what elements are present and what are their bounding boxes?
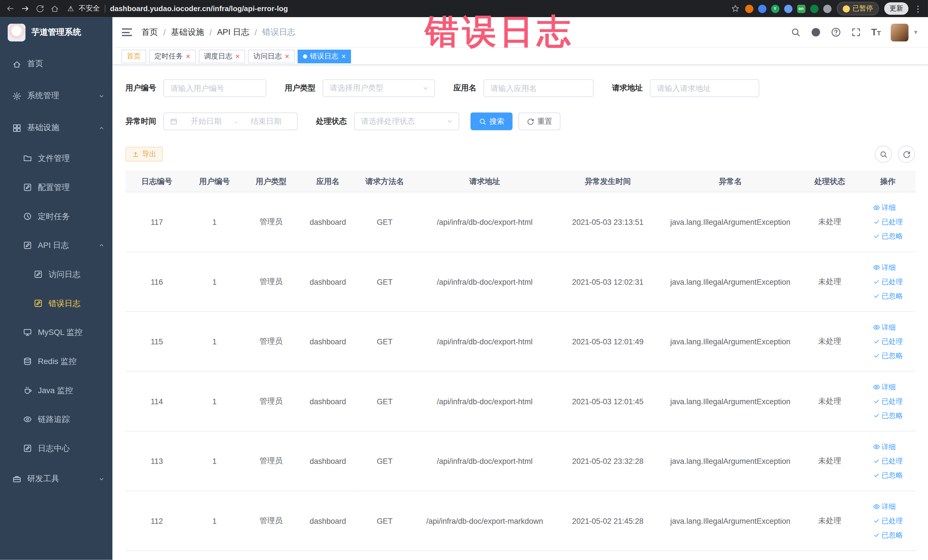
sidebar-item-error-log[interactable]: 错误日志 xyxy=(0,289,112,318)
sidebar-item-infra[interactable]: 基础设施 xyxy=(0,112,112,144)
tab-job-log[interactable]: 调度日志× xyxy=(198,49,245,63)
fullscreen-icon[interactable] xyxy=(851,27,861,37)
table-row: 1121管理员dashboardGET/api/infra/db-doc/exp… xyxy=(125,491,916,551)
coffee-icon xyxy=(23,386,32,395)
close-tab-icon[interactable]: × xyxy=(285,52,289,60)
address-bar[interactable]: ⚠ 不安全 dashboard.yudao.iocoder.cn/infra/l… xyxy=(64,3,722,14)
bookmark-star-icon[interactable] xyxy=(731,4,739,13)
sidebar-item-dev-tools[interactable]: 研发工具 xyxy=(0,463,112,495)
detail-link[interactable]: 详细 xyxy=(873,502,896,511)
cell-status: 未处理 xyxy=(800,192,860,252)
mark-processed-link[interactable]: 已处理 xyxy=(873,277,903,287)
tab-home[interactable]: 首页 xyxy=(121,49,146,63)
profile-paused-chip[interactable]: 已暂停 xyxy=(836,2,879,15)
process-status-select[interactable]: 请选择处理状态 xyxy=(354,112,459,130)
font-size-icon[interactable]: TT xyxy=(871,27,881,37)
close-tab-icon[interactable]: × xyxy=(186,52,190,60)
cell-actions: 详细已处理已忽略 xyxy=(860,431,916,491)
browser-forward-icon[interactable] xyxy=(21,4,30,13)
hamburger-icon[interactable] xyxy=(122,29,132,36)
tab-error-log[interactable]: 错误日志× xyxy=(298,49,351,63)
cell-user-type: 管理员 xyxy=(241,431,301,491)
sidebar-item-redis[interactable]: Redis 监控 xyxy=(0,347,112,376)
sidebar-item-java[interactable]: Java 监控 xyxy=(0,376,112,405)
chevron-down-icon xyxy=(98,476,105,482)
user-id-input[interactable] xyxy=(163,79,266,97)
extension-icon[interactable] xyxy=(745,5,753,13)
refresh-table-button[interactable] xyxy=(898,145,915,163)
cell-request-url: /api/infra/db-doc/export-html xyxy=(415,311,554,371)
mark-ignored-link[interactable]: 已忽略 xyxy=(873,410,903,421)
close-tab-icon[interactable]: × xyxy=(342,52,346,60)
user-avatar[interactable] xyxy=(891,23,908,41)
detail-link[interactable]: 详细 xyxy=(873,382,896,392)
sidebar-item-system[interactable]: 系统管理 xyxy=(0,80,112,112)
check-icon xyxy=(873,278,880,285)
mark-ignored-link[interactable]: 已忽略 xyxy=(873,530,903,540)
extension-icon[interactable]: Y xyxy=(771,5,779,13)
cell-error-time: 2021-05-02 23:32:28 xyxy=(554,431,661,491)
sidebar-item-job[interactable]: 定时任务 xyxy=(0,202,112,231)
mark-processed-link[interactable]: 已处理 xyxy=(873,336,903,346)
update-label: 更新 xyxy=(890,4,903,13)
sidebar-item-label: 系统管理 xyxy=(27,90,59,101)
browser-back-icon[interactable] xyxy=(6,4,15,13)
help-icon[interactable] xyxy=(831,27,841,37)
github-icon[interactable] xyxy=(811,27,821,37)
header-search-icon[interactable] xyxy=(791,27,801,37)
extension-icon[interactable]: on xyxy=(797,5,805,13)
tab-access-log[interactable]: 访问日志× xyxy=(248,49,295,63)
cell-user-type: 管理员 xyxy=(241,192,301,252)
mark-processed-link[interactable]: 已处理 xyxy=(873,456,903,466)
mark-processed-link[interactable]: 已处理 xyxy=(873,217,903,227)
sidebar-item-home[interactable]: 首页 xyxy=(0,48,112,80)
breadcrumb-item[interactable]: 首页 xyxy=(142,27,158,37)
extension-icon[interactable] xyxy=(758,5,766,13)
export-button[interactable]: 导出 xyxy=(125,147,163,162)
sidebar-item-mysql[interactable]: MySQL 监控 xyxy=(0,318,112,347)
paused-label: 已暂停 xyxy=(852,4,873,13)
sidebar-item-api-log[interactable]: API 日志 xyxy=(0,231,112,260)
extension-icon[interactable] xyxy=(784,5,792,13)
logo-image xyxy=(8,24,25,41)
app-logo[interactable]: 芋道管理系统 xyxy=(0,17,112,48)
table-row: 1141管理员dashboardGET/api/infra/db-doc/exp… xyxy=(125,371,916,431)
extension-icon[interactable] xyxy=(810,5,818,13)
mark-ignored-link[interactable]: 已忽略 xyxy=(873,470,903,480)
sidebar-item-log-center[interactable]: 日志中心 xyxy=(0,434,112,463)
breadcrumb-item[interactable]: API 日志 xyxy=(217,27,249,37)
detail-link[interactable]: 详细 xyxy=(873,322,896,333)
extension-icon[interactable] xyxy=(823,5,831,13)
error-time-range[interactable]: 开始日期-结束日期 xyxy=(163,112,298,130)
cell-method: GET xyxy=(355,431,415,491)
mark-ignored-link[interactable]: 已忽略 xyxy=(873,291,903,301)
browser-home-icon[interactable] xyxy=(50,4,59,13)
app-name-input[interactable] xyxy=(484,79,594,97)
mark-ignored-link[interactable]: 已忽略 xyxy=(873,231,903,241)
cell-app-name: dashboard xyxy=(301,371,355,431)
mark-processed-link[interactable]: 已处理 xyxy=(873,516,903,526)
breadcrumb-item[interactable]: 基础设施 xyxy=(171,27,204,37)
update-button[interactable]: 更新 xyxy=(884,2,908,15)
avatar-caret-icon[interactable]: ▾ xyxy=(914,29,917,36)
detail-link[interactable]: 详细 xyxy=(873,442,896,452)
reset-button[interactable]: 重置 xyxy=(518,112,560,130)
request-url-input[interactable] xyxy=(650,79,759,97)
cell-app-name: dashboard xyxy=(301,491,355,551)
close-tab-icon[interactable]: × xyxy=(235,52,240,60)
detail-link[interactable]: 详细 xyxy=(873,262,896,272)
tab-job[interactable]: 定时任务× xyxy=(149,49,196,63)
detail-link[interactable]: 详细 xyxy=(873,203,896,213)
mark-processed-link[interactable]: 已处理 xyxy=(873,396,903,406)
sidebar-item-access-log[interactable]: 访问日志 xyxy=(0,260,112,289)
browser-menu-icon[interactable]: ⋮ xyxy=(914,5,922,13)
browser-reload-icon[interactable] xyxy=(35,4,44,13)
sidebar-item-trace[interactable]: 链路追踪 xyxy=(0,405,112,434)
search-button[interactable]: 搜索 xyxy=(470,112,512,130)
user-type-select[interactable]: 请选择用户类型 xyxy=(323,79,435,97)
mark-ignored-link[interactable]: 已忽略 xyxy=(873,351,903,360)
sidebar-item-file[interactable]: 文件管理 xyxy=(0,144,112,173)
toggle-search-button[interactable] xyxy=(875,145,892,163)
sidebar-item-config[interactable]: 配置管理 xyxy=(0,173,112,202)
cell-error-time: 2021-05-02 21:45:28 xyxy=(554,491,661,551)
